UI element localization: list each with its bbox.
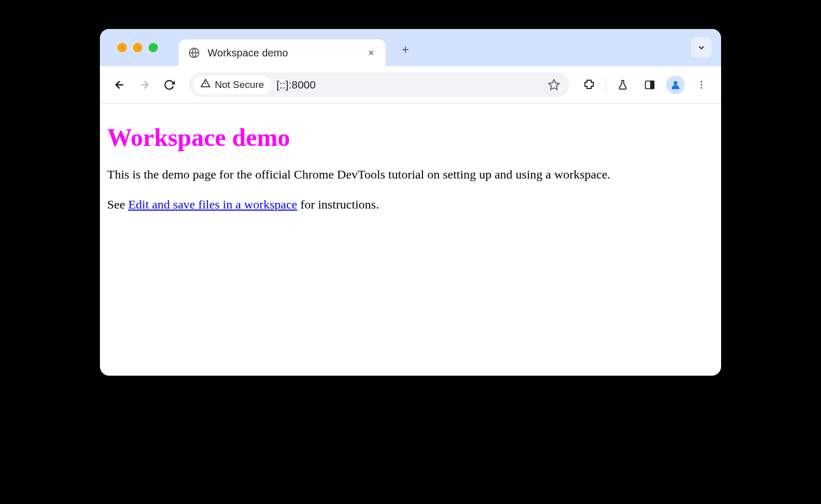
security-label: Not Secure — [215, 79, 264, 91]
back-button[interactable] — [109, 75, 130, 95]
paragraph-text-before: See — [107, 198, 128, 211]
tab-search-button[interactable] — [691, 37, 712, 58]
address-bar[interactable]: Not Secure [::]:8000 — [189, 72, 569, 97]
svg-point-4 — [700, 81, 702, 82]
reload-button[interactable] — [159, 75, 180, 95]
instructions-link[interactable]: Edit and save files in a workspace — [128, 198, 298, 211]
url-text: [::]:8000 — [276, 79, 539, 91]
new-tab-button[interactable] — [396, 40, 415, 59]
globe-icon — [188, 47, 200, 59]
browser-window: Workspace demo — [100, 29, 721, 376]
paragraph-text-after: for instructions. — [297, 198, 379, 211]
page-paragraph-2: See Edit and save files in a workspace f… — [107, 196, 714, 213]
browser-tab[interactable]: Workspace demo — [179, 39, 386, 66]
minimize-window-button[interactable] — [133, 43, 142, 52]
profile-button[interactable] — [666, 76, 685, 94]
page-paragraph-1: This is the demo page for the official C… — [107, 166, 714, 183]
bookmark-button[interactable] — [545, 76, 563, 94]
maximize-window-button[interactable] — [149, 43, 158, 52]
close-tab-button[interactable] — [366, 48, 376, 58]
page-heading: Workspace demo — [107, 123, 714, 152]
toolbar-separator — [606, 78, 606, 92]
toolbar: Not Secure [::]:8000 — [100, 66, 721, 103]
warning-icon — [200, 78, 211, 91]
labs-button[interactable] — [612, 75, 633, 95]
svg-point-6 — [700, 87, 702, 88]
toolbar-right — [579, 75, 712, 95]
close-window-button[interactable] — [118, 43, 127, 52]
svg-point-3 — [673, 81, 677, 84]
tab-strip: Workspace demo — [100, 29, 721, 66]
page-content: Workspace demo This is the demo page for… — [100, 103, 721, 376]
window-controls — [118, 43, 158, 52]
svg-rect-2 — [651, 81, 654, 88]
extensions-button[interactable] — [579, 75, 599, 95]
svg-point-5 — [700, 84, 702, 85]
security-chip[interactable]: Not Secure — [193, 76, 271, 94]
menu-button[interactable] — [691, 75, 712, 95]
side-panel-button[interactable] — [639, 75, 660, 95]
tab-title: Workspace demo — [208, 47, 359, 59]
forward-button[interactable] — [134, 75, 155, 95]
